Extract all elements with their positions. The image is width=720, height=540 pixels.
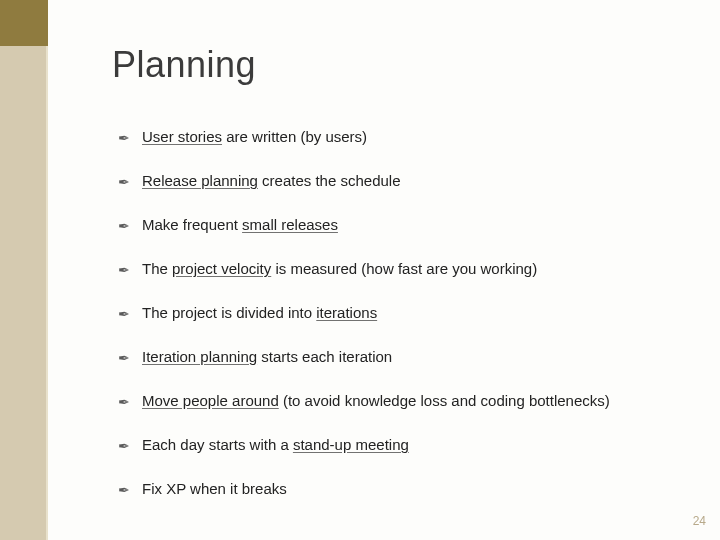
bullet-item: ✒Fix XP when it breaks xyxy=(118,474,690,504)
slide-title: Planning xyxy=(112,44,690,86)
text: Fix XP when it breaks xyxy=(142,480,287,497)
bullet-icon: ✒ xyxy=(118,124,130,152)
underlined-text: iterations xyxy=(316,304,377,321)
bullet-icon: ✒ xyxy=(118,212,130,240)
underlined-text: Move people around xyxy=(142,392,279,409)
bullet-item: ✒Iteration planning starts each iteratio… xyxy=(118,342,690,372)
sidebar-accent-block xyxy=(0,0,48,46)
text: The project is divided into xyxy=(142,304,316,321)
left-sidebar xyxy=(0,0,48,540)
text: are written (by users) xyxy=(222,128,367,145)
bullet-icon: ✒ xyxy=(118,256,130,284)
bullet-icon: ✒ xyxy=(118,388,130,416)
bullet-icon: ✒ xyxy=(118,344,130,372)
bullet-list: ✒User stories are written (by users)✒Rel… xyxy=(118,122,690,504)
text: Make frequent xyxy=(142,216,242,233)
slide-content: Planning ✒User stories are written (by u… xyxy=(112,44,690,518)
text: creates the schedule xyxy=(258,172,401,189)
bullet-icon: ✒ xyxy=(118,168,130,196)
bullet-icon: ✒ xyxy=(118,476,130,504)
text: starts each iteration xyxy=(257,348,392,365)
text: is measured (how fast are you working) xyxy=(271,260,537,277)
text: The xyxy=(142,260,172,277)
text: Each day starts with a xyxy=(142,436,293,453)
bullet-item: ✒The project velocity is measured (how f… xyxy=(118,254,690,284)
underlined-text: project velocity xyxy=(172,260,271,277)
underlined-text: User stories xyxy=(142,128,222,145)
bullet-item: ✒Move people around (to avoid knowledge … xyxy=(118,386,690,416)
bullet-icon: ✒ xyxy=(118,300,130,328)
underlined-text: small releases xyxy=(242,216,338,233)
bullet-icon: ✒ xyxy=(118,432,130,460)
underlined-text: Iteration planning xyxy=(142,348,257,365)
bullet-item: ✒The project is divided into iterations xyxy=(118,298,690,328)
text: (to avoid knowledge loss and coding bott… xyxy=(279,392,610,409)
bullet-item: ✒Each day starts with a stand-up meeting xyxy=(118,430,690,460)
bullet-item: ✒Make frequent small releases xyxy=(118,210,690,240)
underlined-text: stand-up meeting xyxy=(293,436,409,453)
bullet-item: ✒Release planning creates the schedule xyxy=(118,166,690,196)
underlined-text: Release planning xyxy=(142,172,258,189)
bullet-item: ✒User stories are written (by users) xyxy=(118,122,690,152)
page-number: 24 xyxy=(693,514,706,528)
